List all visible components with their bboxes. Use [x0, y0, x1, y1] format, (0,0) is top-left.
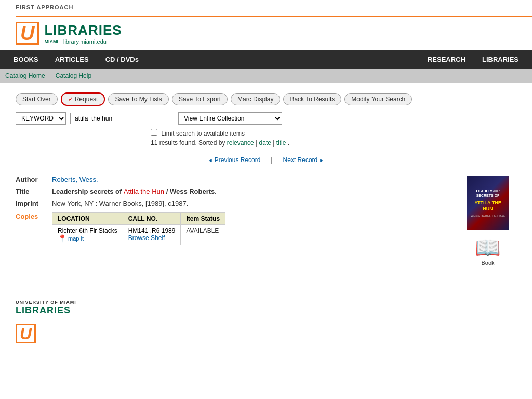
cover-title-line2: SECRETS OF [476, 193, 500, 198]
author-value: Roberts, Wess. [52, 176, 98, 183]
copies-table: LOCATION CALL NO. Item Status Richter 6t… [52, 212, 225, 245]
limit-row: Limit search to available items [151, 129, 516, 137]
button-row: Start Over ✓Request Save To My Lists Sav… [16, 92, 516, 106]
author-field: Author Roberts, Wess. [16, 176, 449, 183]
item-status: AVAILABLE [186, 227, 219, 234]
imprint-value: New York, NY : Warner Books, [1989], c19… [52, 200, 188, 207]
results-period: . [288, 139, 289, 147]
keyword-select[interactable]: KEYWORDAUTHORTITLESUBJECT [16, 112, 66, 125]
record-nav: Previous Record | Next Record [0, 152, 532, 168]
catalog-home-link[interactable]: Catalog Home [5, 72, 45, 79]
search-input[interactable] [70, 113, 174, 124]
nav-research[interactable]: RESEARCH [419, 50, 474, 69]
logo-u-letter: U [16, 22, 39, 45]
book-icon-area: 📖 Book [475, 235, 501, 266]
previous-record-link[interactable]: Previous Record [208, 156, 261, 164]
footer-u-logo: U [16, 324, 36, 343]
record-nav-separator: | [271, 156, 272, 164]
limit-label: Limit search to available items [161, 130, 245, 137]
footer: UNIVERSITY OF MIAMI LIBRARIES U [0, 289, 532, 354]
nav-articles[interactable]: ARTICLES [47, 50, 97, 69]
record-main: Author Roberts, Wess. Title Leadership s… [16, 176, 449, 266]
status-cell: AVAILABLE [181, 225, 225, 245]
col-callno: CALL NO. [123, 213, 181, 225]
nav-books[interactable]: BOOKS [5, 50, 47, 69]
copies-section: Copies LOCATION CALL NO. Item Status Ric… [16, 212, 449, 245]
title-prefix: Leadership secrets of [52, 188, 124, 195]
author-label: Author [16, 176, 52, 183]
book-label: Book [481, 260, 494, 266]
col-location: LOCATION [52, 213, 123, 225]
search-row: KEYWORDAUTHORTITLESUBJECT View Entire Co… [16, 112, 516, 125]
footer-divider [16, 318, 99, 318]
sub-nav: Catalog Home Catalog Help [0, 69, 532, 83]
browse-shelf-link[interactable]: Browse Shelf [128, 234, 165, 242]
cover-title-line3: ATTILA THE HUN [470, 200, 506, 212]
search-area: Start Over ✓Request Save To My Lists Sav… [0, 83, 532, 152]
nav-bar: BOOKS ARTICLES CD / DVDs RESEARCH LIBRAR… [0, 50, 532, 69]
footer-libraries: LIBRARIES [16, 305, 516, 316]
first-approach-label: FIRST APPROACH [16, 4, 532, 10]
logo-libraries: LIBRARIES MIAMI library.miami.edu [44, 22, 122, 45]
limit-checkbox[interactable] [151, 129, 157, 136]
nav-right: RESEARCH LIBRARIES [419, 50, 527, 69]
next-record-link[interactable]: Next Record [283, 156, 325, 164]
logo-url: library.miami.edu [63, 38, 107, 45]
next-arrow-icon [319, 156, 324, 164]
title-value: Leadership secrets of Attila the Hun / W… [52, 188, 217, 195]
logo-area: U LIBRARIES MIAMI library.miami.edu [0, 17, 532, 50]
location-cell: Richter 6th Flr Stacks 📍 map it [52, 225, 123, 245]
location-text: Richter 6th Flr Stacks [58, 227, 117, 234]
col-status: Item Status [181, 213, 225, 225]
save-to-lists-button[interactable]: Save To My Lists [108, 93, 168, 105]
title-suffix: / Wess Roberts. [164, 188, 217, 195]
nav-libraries[interactable]: LIBRARIES [474, 50, 527, 69]
record-detail: Author Roberts, Wess. Title Leadership s… [0, 168, 532, 273]
table-row: Richter 6th Flr Stacks 📍 map it HM141 .R… [52, 225, 225, 245]
call-no-text: HM141 .R6 1989 [128, 227, 176, 234]
callno-cell: HM141 .R6 1989 Browse Shelf [123, 225, 181, 245]
cover-author: WESS ROBERTS, Ph.D. [471, 214, 506, 217]
results-count-text: 11 results found. Sorted by [151, 139, 225, 147]
map-link[interactable]: 📍 map it [58, 234, 117, 243]
imprint-field: Imprint New York, NY : Warner Books, [19… [16, 200, 449, 207]
results-row: 11 results found. Sorted by relevance | … [151, 139, 516, 147]
marc-display-button[interactable]: Marc Display [231, 93, 280, 105]
book-cover-image: LEADERSHIP SECRETS OF ATTILA THE HUN WES… [467, 176, 509, 230]
author-link[interactable]: Roberts, Wess. [52, 176, 98, 183]
map-pin-icon: 📍 [58, 234, 66, 243]
catalog-help-link[interactable]: Catalog Help [56, 72, 91, 79]
start-over-button[interactable]: Start Over [16, 93, 58, 105]
back-to-results-button[interactable]: Back To Results [283, 93, 341, 105]
request-button[interactable]: ✓Request [61, 92, 105, 106]
logo-miami-text: MIAMI [44, 39, 58, 44]
footer-university: UNIVERSITY OF MIAMI [16, 300, 516, 305]
logo-libraries-text: LIBRARIES [44, 22, 122, 38]
collection-select[interactable]: View Entire Collection [178, 112, 282, 125]
save-to-export-button[interactable]: Save To Export [172, 93, 228, 105]
sort-date-link[interactable]: date [259, 139, 271, 147]
imprint-label: Imprint [16, 200, 52, 207]
title-label: Title [16, 188, 52, 195]
nav-cddvds[interactable]: CD / DVDs [97, 50, 147, 69]
top-banner: FIRST APPROACH [16, 0, 532, 17]
book-icon: 📖 [475, 235, 501, 260]
copies-label: Copies [16, 212, 52, 220]
checkmark-icon: ✓ [68, 96, 73, 103]
modify-search-button[interactable]: Modify Your Search [344, 93, 412, 105]
title-field: Title Leadership secrets of Attila the H… [16, 188, 449, 195]
sort-relevance-link[interactable]: relevance [227, 139, 254, 147]
prev-arrow-icon [208, 156, 213, 164]
record-side: LEADERSHIP SECRETS OF ATTILA THE HUN WES… [459, 176, 516, 266]
cover-title-line1: LEADERSHIP [476, 189, 499, 193]
title-attila-link[interactable]: Attila the Hun [124, 188, 164, 195]
sort-title-link[interactable]: title [276, 139, 286, 147]
